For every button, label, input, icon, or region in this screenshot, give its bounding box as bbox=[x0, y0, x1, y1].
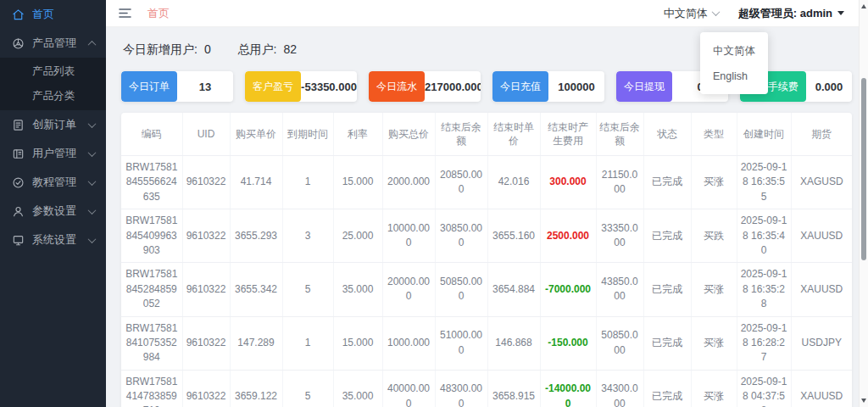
monitor-icon bbox=[12, 234, 25, 247]
stat-card-value: 217000.000 bbox=[425, 71, 481, 102]
cell-end-balance: 43850.000 bbox=[596, 263, 643, 316]
column-header: 结束后余额 bbox=[596, 113, 643, 156]
cell-end-balance: 50850.000 bbox=[596, 316, 643, 370]
chevron-down-icon bbox=[88, 206, 97, 215]
cell-end-balance: 33350.000 bbox=[596, 209, 643, 263]
cell-total: 10000.000 bbox=[382, 209, 435, 263]
orders-table: 编码UID购买单价到期时间利率购买总价结束后余额结束时单价结束时产生费用结束后余… bbox=[121, 113, 852, 407]
stat-card-label: 今日提现 bbox=[616, 71, 672, 102]
cell-total: 1000.000 bbox=[382, 316, 435, 370]
breadcrumb[interactable]: 首页 bbox=[147, 6, 170, 21]
sidebar: 首页产品管理产品列表产品分类创新订单用户管理教程管理参数设置系统设置 bbox=[0, 0, 106, 407]
column-header: 创建时间 bbox=[737, 113, 791, 156]
column-header: 期货 bbox=[791, 113, 852, 156]
sidebar-item-params-settings[interactable]: 参数设置 bbox=[0, 197, 106, 226]
table-row: BRW17581845556624635961032241.714115.000… bbox=[121, 156, 852, 209]
stat-card-label: 今日充值 bbox=[492, 71, 548, 102]
column-header: 结束时单价 bbox=[487, 113, 540, 156]
cell-uid: 9610322 bbox=[182, 370, 230, 407]
cell-type: 买涨 bbox=[691, 370, 737, 407]
scrollbar-thumb[interactable] bbox=[861, 78, 866, 260]
cell-status: 已完成 bbox=[643, 370, 691, 407]
cell-expire: 5 bbox=[282, 263, 333, 316]
cell-rate: 25.000 bbox=[333, 209, 382, 263]
cell-type: 买涨 bbox=[691, 263, 737, 316]
cell-created: 2025-09-18 16:35:55 bbox=[737, 156, 791, 209]
sidebar-item-home[interactable]: 首页 bbox=[0, 0, 106, 29]
person-icon bbox=[12, 205, 25, 218]
column-header: 状态 bbox=[643, 113, 691, 156]
sidebar-toggle-button[interactable] bbox=[118, 6, 132, 20]
cell-created: 2025-09-18 16:28:27 bbox=[737, 316, 791, 370]
cell-rate: 15.000 bbox=[333, 156, 382, 209]
cell-code: BRW17581414783859710 bbox=[121, 370, 182, 407]
product-icon bbox=[12, 37, 25, 50]
stat-card-today-turnover: 今日流水217000.000 bbox=[369, 71, 481, 102]
sidebar-item-user-manage[interactable]: 用户管理 bbox=[0, 139, 106, 168]
sidebar-item-label: 产品管理 bbox=[32, 36, 81, 51]
cell-created: 2025-09-18 16:35:28 bbox=[737, 263, 791, 316]
today-new-users-label: 今日新增用户: bbox=[123, 42, 198, 56]
admin-menu[interactable]: 超级管理员: admin bbox=[738, 6, 844, 21]
cell-future: USDJPY bbox=[791, 316, 852, 370]
cell-end-price: 3654.884 bbox=[487, 263, 540, 316]
sidebar-item-product-manage[interactable]: 产品管理 bbox=[0, 29, 106, 58]
sidebar-submenu: 产品列表产品分类 bbox=[0, 58, 106, 110]
order-icon bbox=[12, 119, 25, 131]
today-new-users-value: 0 bbox=[204, 42, 211, 56]
cell-code: BRW17581845284859052 bbox=[121, 263, 182, 316]
sidebar-subitem[interactable]: 产品列表 bbox=[0, 59, 106, 84]
sidebar-subitem[interactable]: 产品分类 bbox=[0, 84, 106, 109]
vertical-scrollbar[interactable] bbox=[859, 0, 868, 407]
cell-expire: 1 bbox=[282, 156, 333, 209]
sidebar-item-tutorial-manage[interactable]: 教程管理 bbox=[0, 168, 106, 197]
cell-total: 2000.000 bbox=[382, 156, 435, 209]
caret-down-icon bbox=[837, 11, 844, 15]
cell-type: 买涨 bbox=[691, 156, 737, 209]
column-header: 编码 bbox=[121, 113, 182, 156]
stat-card-label: 今日订单 bbox=[121, 71, 177, 102]
chevron-down-icon bbox=[88, 120, 97, 128]
column-header: 类型 bbox=[691, 113, 737, 156]
cell-type: 买跌 bbox=[691, 209, 737, 263]
sidebar-item-system-settings[interactable]: 系统设置 bbox=[0, 226, 106, 254]
cell-end-price: 3658.915 bbox=[487, 370, 540, 407]
column-header: 购买总价 bbox=[382, 113, 435, 156]
admin-label: 超级管理员: admin bbox=[738, 6, 832, 21]
cell-rate: 35.000 bbox=[333, 370, 382, 407]
cell-end-price: 146.868 bbox=[487, 316, 540, 370]
language-option[interactable]: English bbox=[700, 64, 768, 88]
table-header-row: 编码UID购买单价到期时间利率购买总价结束后余额结束时单价结束时产生费用结束后余… bbox=[121, 113, 852, 156]
cell-buy-price: 3655.293 bbox=[230, 209, 282, 263]
scroll-up-arrow-icon[interactable] bbox=[861, 4, 866, 8]
chevron-up-icon bbox=[88, 40, 97, 48]
check-circle-icon bbox=[12, 176, 25, 189]
cell-fee: -7000.000 bbox=[540, 263, 596, 316]
stat-card-value: -53350.000 bbox=[301, 71, 357, 102]
cell-uid: 9610322 bbox=[182, 156, 230, 209]
cell-future: XAUUSD bbox=[791, 370, 852, 407]
column-header: 购买单价 bbox=[230, 113, 282, 156]
language-dropdown: 中文简体English bbox=[700, 32, 768, 94]
cell-buy-price: 41.714 bbox=[230, 156, 282, 209]
cell-buy-price: 3655.342 bbox=[230, 263, 282, 316]
cell-fee: 2500.000 bbox=[540, 209, 596, 263]
cell-expire: 5 bbox=[282, 370, 333, 407]
cell-code: BRW17581845409963903 bbox=[121, 209, 182, 263]
cell-type: 买涨 bbox=[691, 316, 737, 370]
cell-code: BRW17581841075352984 bbox=[121, 316, 182, 370]
cell-fee: 300.000 bbox=[540, 156, 596, 209]
sidebar-item-create-order[interactable]: 创新订单 bbox=[0, 110, 106, 139]
table-body: BRW17581845556624635961032241.714115.000… bbox=[121, 156, 852, 407]
language-option[interactable]: 中文简体 bbox=[700, 38, 768, 64]
column-header: 利率 bbox=[333, 113, 382, 156]
cell-status: 已完成 bbox=[643, 209, 691, 263]
sidebar-item-label: 用户管理 bbox=[32, 146, 81, 161]
cell-end-price: 3655.160 bbox=[487, 209, 540, 263]
sidebar-item-label: 系统设置 bbox=[32, 232, 81, 248]
chevron-down-icon bbox=[711, 8, 720, 16]
sidebar-item-label: 参数设置 bbox=[32, 204, 81, 219]
table-row: BRW1758184540996390396103223655.293325.0… bbox=[121, 209, 852, 263]
scroll-down-arrow-icon[interactable] bbox=[861, 399, 866, 403]
language-switch[interactable]: 中文简体 bbox=[664, 6, 721, 21]
